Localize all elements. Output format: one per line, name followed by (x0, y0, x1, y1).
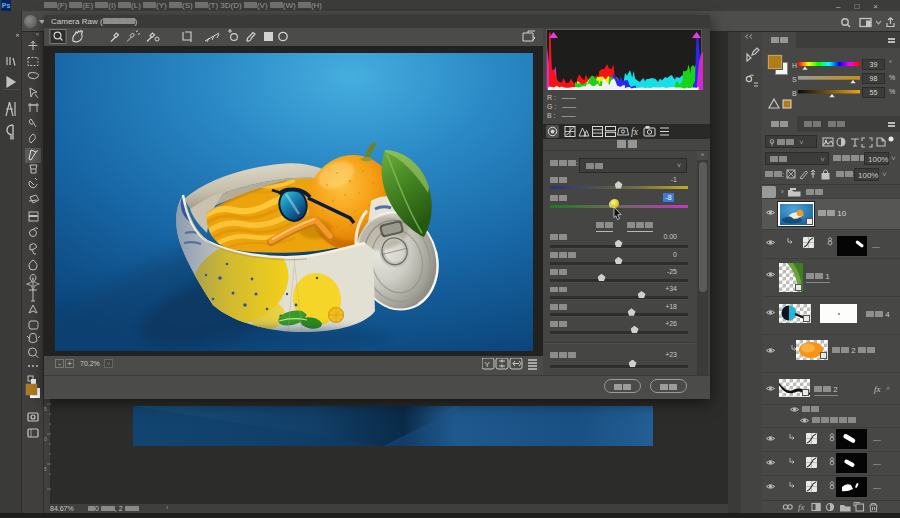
svg-text:fx: fx (798, 502, 805, 512)
svg-text:Y: Y (485, 360, 491, 369)
svg-text:5: 5 (44, 406, 47, 412)
svg-text:5: 5 (44, 466, 47, 472)
svg-text:0: 0 (44, 436, 47, 442)
svg-text:fx: fx (631, 127, 639, 137)
